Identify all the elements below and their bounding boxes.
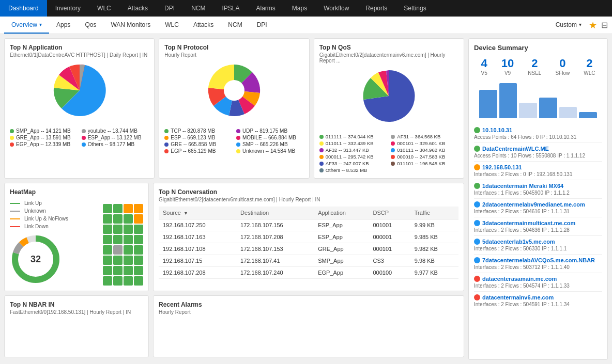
bar-item (539, 98, 557, 118)
legend-dot (319, 148, 324, 152)
device-status-icon (474, 257, 480, 263)
nav-workflow[interactable]: Workflow (315, 0, 357, 17)
wlc-label: WLC (584, 70, 595, 76)
nav-reports[interactable]: Reports (357, 0, 395, 17)
top-charts-row: Top N Application Ethernet0/1[DataCentre… (4, 38, 464, 179)
device-list-item[interactable]: datacenterasamain.me.com Interfaces : 2 … (474, 273, 602, 292)
cell-traffic: 9.98 KB (410, 255, 458, 267)
legend-item: EGP -- 665.129 MB (164, 148, 232, 154)
legend-item: 010111 -- 304.962 KB (391, 147, 458, 153)
nav-attacks[interactable]: Attacks (119, 0, 156, 17)
custom-dropdown-arrow: ▾ (579, 22, 582, 27)
nav-alarms[interactable]: Alarms (248, 0, 283, 17)
v5-label: V5 (481, 70, 487, 76)
col-destination[interactable]: Destination (236, 207, 314, 219)
nav-ncm[interactable]: NCM (183, 0, 213, 17)
sflow-label: SFlow (555, 70, 570, 76)
nav-dashboard[interactable]: Dashboard (0, 0, 47, 17)
device-list-item[interactable]: 10.10.10.31 Access Points : 64 Flows : 0… (474, 124, 602, 143)
device-list-item[interactable]: 2datacentermelabv9medianet.me.com Interf… (474, 199, 602, 217)
device-list-item[interactable]: 5datacenterlab1v5.me.com Interfaces : 2 … (474, 236, 602, 255)
col-application[interactable]: Application (314, 207, 369, 219)
device-list-item[interactable]: DataCentremainWLC.ME Access Points : 10 … (474, 143, 602, 162)
bar (519, 103, 537, 118)
tab-apps[interactable]: Apps (49, 17, 78, 34)
heatmap-cell (103, 225, 112, 234)
device-list-item[interactable]: 1datacentermain Meraki MX64 Interfaces :… (474, 180, 602, 199)
heatmap-card: HeatMap Link Up Unknown Link Up & NoFlow… (4, 183, 149, 291)
nav-settings[interactable]: Settings (395, 0, 434, 17)
table-row: 192.168.107.108 172.168.107.153 GRE_App … (159, 243, 458, 255)
legend-dot (319, 135, 324, 139)
bar (499, 83, 517, 118)
device-list-item[interactable]: datacentermainv6.me.com Interfaces : 2 F… (474, 292, 602, 310)
legend-dot (391, 135, 395, 139)
legend-item: GRE -- 665.858 MB (164, 141, 232, 147)
tab-wlc[interactable]: WLC (158, 17, 186, 34)
col-dscp[interactable]: DSCP (369, 207, 410, 219)
device-details: Interfaces : 2 Flows : 504591 IP : 1.1.1… (474, 302, 602, 307)
tab-dpi[interactable]: DPI (250, 17, 274, 34)
device-list-item[interactable]: 3datacentermainmulticast.me.com Interfac… (474, 217, 602, 236)
device-details: Interfaces : 1 Flows : 5045900 IP : 1.1.… (474, 190, 602, 196)
device-details: Interfaces : 2 Flows : 504616 IP : 1.1.1… (474, 209, 602, 214)
legend-link-up-noflows: Link Up & NoFlows (10, 216, 99, 221)
bar (559, 107, 577, 118)
table-row: 192.168.107.250 172.168.107.156 ESP_App … (159, 219, 458, 231)
device-list-item[interactable]: 192.168.50.131 Interfaces : 2 Flows : 0 … (474, 162, 602, 180)
tab-custom[interactable]: Custom ▾ (548, 17, 589, 34)
cell-source: 192.168.107.108 (159, 243, 236, 255)
heatmap-cell (134, 276, 143, 286)
device-status-icon (474, 239, 480, 245)
heatmap-cell (103, 256, 112, 265)
heatmap-cell (113, 245, 123, 255)
cell-application: EGP_App (314, 267, 369, 279)
nav-ipsla[interactable]: IPSLA (213, 0, 248, 17)
sort-arrow: ▼ (183, 211, 188, 216)
tab-ncm[interactable]: NCM (221, 17, 249, 34)
nsel-label: NSEL (528, 70, 541, 76)
heatmap-legend: Link Up Unknown Link Up & NoFlows Link D… (10, 200, 99, 229)
device-details: Interfaces : 2 Flows : 503712 IP : 1.1.1… (474, 264, 602, 270)
nbar-title: Top N NBAR IN (10, 301, 143, 308)
tab-wan-monitors[interactable]: WAN Monitors (103, 17, 158, 34)
cell-traffic: 9.982 KB (410, 243, 458, 255)
col-traffic[interactable]: Traffic (410, 207, 458, 219)
count-v5: 4 V5 (481, 57, 487, 76)
legend-item: 000011 -- 295.742 KB (319, 154, 387, 160)
nav-maps[interactable]: Maps (284, 0, 315, 17)
legend-dot (236, 143, 240, 147)
top-n-protocol-subtitle: Hourly Report (164, 52, 303, 58)
cell-traffic: 9.977 KB (410, 267, 458, 279)
device-list-item[interactable]: 7datacentermelabAVCQoS.me.com.NBAR Inter… (474, 255, 602, 273)
favorite-icon[interactable]: ★ (589, 20, 597, 31)
device-list: 10.10.10.31 Access Points : 64 Flows : 0… (474, 124, 602, 310)
bar (579, 112, 597, 118)
device-details: Interfaces : 2 Flows : 504574 IP : 1.1.1… (474, 283, 602, 289)
alarms-subtitle: Hourly Report (159, 309, 458, 315)
legend-dot (10, 143, 14, 147)
right-panel: Device Summary 4 V5 10 V9 2 NSEL 0 SFlow (468, 38, 608, 360)
v9-label: V9 (501, 70, 514, 76)
device-name: 7datacentermelabAVCQoS.me.com.NBAR (474, 257, 602, 263)
top-n-qos-subtitle: GigabitEthernet0/2[datacentermainv6.me.c… (319, 52, 458, 64)
heatmap-cell (124, 214, 133, 224)
tab-qos[interactable]: Qos (78, 17, 103, 34)
cell-dscp: 000100 (369, 267, 410, 279)
nav-inventory[interactable]: Inventory (47, 0, 89, 17)
bar-item (519, 103, 537, 118)
heatmap-grid (103, 204, 143, 286)
col-source[interactable]: Source ▼ (159, 207, 236, 219)
tab-overview[interactable]: Overview ▾ (4, 17, 49, 34)
heatmap-cell (134, 235, 143, 244)
bar-item (479, 90, 497, 118)
tab-attacks[interactable]: Attacks (186, 17, 221, 34)
top-navigation: Dashboard Inventory WLC Attacks DPI NCM … (0, 0, 612, 17)
nav-wlc[interactable]: WLC (89, 0, 119, 17)
page-settings-icon[interactable]: ⊟ (601, 20, 608, 30)
device-name: DataCentremainWLC.ME (474, 146, 602, 152)
nav-dpi[interactable]: DPI (156, 0, 183, 17)
legend-dot (164, 129, 169, 133)
top-n-protocol-legend: TCP -- 820.878 MB UDP -- 819.175 MB ESP … (164, 128, 303, 154)
top-n-app-chart (10, 62, 149, 124)
